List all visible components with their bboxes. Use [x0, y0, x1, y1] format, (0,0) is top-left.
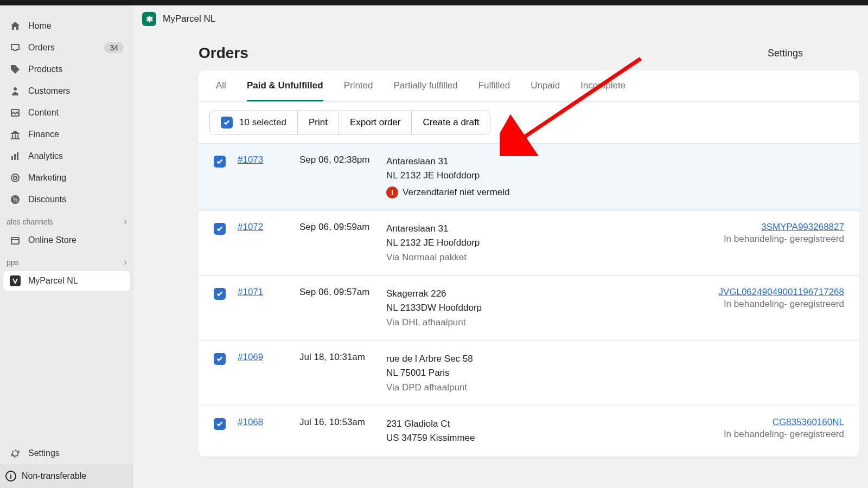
svg-point-6 — [14, 176, 17, 179]
table-row[interactable]: #1072 Sep 06, 09:59am Antareslaan 31 NL … — [199, 211, 859, 276]
nav-label: Customers — [28, 86, 70, 96]
app-header: ✱ MyParcel NL — [133, 5, 868, 33]
create-draft-button[interactable]: Create a draft — [412, 111, 490, 134]
order-date: Sep 06, 09:59am — [299, 222, 386, 233]
nav-label: Analytics — [28, 151, 63, 161]
warning-text: Verzendtarief niet vermeld — [403, 185, 510, 200]
order-link[interactable]: #1073 — [238, 155, 263, 165]
selected-count-button[interactable]: 10 selected — [210, 111, 298, 134]
tracking-link[interactable]: CG835360160NL — [773, 417, 844, 427]
tab-incomplete[interactable]: Incomplete — [580, 80, 626, 101]
tab-paid-unfulfilled[interactable]: Paid & Unfulfilled — [247, 80, 323, 101]
order-link[interactable]: #1068 — [238, 417, 263, 427]
nav-home[interactable]: Home — [3, 16, 130, 36]
nav-marketing[interactable]: Marketing — [3, 168, 130, 188]
sidebar: Home Orders 34 Products Customers Conten… — [0, 5, 133, 488]
address-line1: Skagerrak 226 — [386, 287, 707, 301]
orders-badge: 34 — [104, 42, 124, 53]
nav-label: Home — [28, 21, 52, 31]
shipping-meta: Via DPD afhaalpunt — [386, 381, 833, 395]
tabs: All Paid & Unfulfilled Printed Partially… — [199, 70, 859, 102]
tracking-link[interactable]: 3SMYPA993268827 — [761, 222, 844, 232]
print-button[interactable]: Print — [298, 111, 339, 134]
tracking-link[interactable]: JVGL06249049001196717268 — [718, 287, 844, 297]
order-address: Skagerrak 226 NL 2133DW HoofddorpVia DHL… — [386, 287, 707, 330]
order-address: rue de l Arbre Sec 58 NL 75001 ParisVia … — [386, 352, 833, 395]
tab-printed[interactable]: Printed — [344, 80, 373, 101]
shipping-meta: Via Normaal pakket — [386, 251, 713, 265]
table-row[interactable]: #1068 Jul 16, 10:53am 231 Gladiola Ct US… — [199, 406, 859, 457]
row-checkbox[interactable] — [214, 223, 226, 235]
section-label: ales channels — [7, 217, 53, 226]
address-line1: 231 Gladiola Ct — [386, 417, 713, 431]
home-icon — [10, 21, 21, 31]
gear-icon — [10, 448, 21, 459]
nav-content[interactable]: Content — [3, 103, 130, 123]
svg-point-0 — [14, 87, 17, 91]
address-line1: Antareslaan 31 — [386, 222, 713, 236]
orders-card: All Paid & Unfulfilled Printed Partially… — [199, 70, 859, 457]
nav-label: Finance — [28, 130, 59, 139]
order-tracking: 3SMYPA993268827In behandeling- geregistr… — [713, 222, 844, 245]
row-checkbox[interactable] — [214, 288, 226, 300]
order-link[interactable]: #1072 — [238, 222, 263, 232]
alert-icon: ! — [386, 187, 398, 198]
app-logo-icon: ✱ — [142, 12, 156, 26]
nav-label: Products — [28, 65, 62, 74]
banner-label: Non-transferable — [22, 471, 86, 481]
nav-finance[interactable]: Finance — [3, 125, 130, 144]
row-checkbox[interactable] — [214, 418, 226, 430]
table-row[interactable]: #1073 Sep 06, 02:38pm Antareslaan 31 NL … — [199, 144, 859, 211]
nav-app-myparcel[interactable]: MyParcel NL — [3, 271, 130, 291]
address-line1: Antareslaan 31 — [386, 155, 833, 169]
order-link[interactable]: #1069 — [238, 352, 263, 362]
image-icon — [10, 107, 21, 118]
svg-rect-2 — [11, 156, 13, 160]
tab-fulfilled[interactable]: Fulfilled — [478, 80, 510, 101]
bulk-toolbar: 10 selected Print Export order Create a … — [199, 102, 859, 144]
discount-icon: % — [10, 194, 21, 205]
nav-settings[interactable]: Settings — [3, 444, 130, 463]
table-row[interactable]: #1069 Jul 18, 10:31am rue de l Arbre Sec… — [199, 341, 859, 406]
sales-channels-section[interactable]: ales channels › — [0, 210, 133, 229]
export-order-button[interactable]: Export order — [339, 111, 412, 134]
tab-partially-fulfilled[interactable]: Partially fulfilled — [394, 80, 458, 101]
titlebar-strip — [0, 0, 868, 5]
chevron-right-icon: › — [124, 216, 127, 227]
nav-products[interactable]: Products — [3, 60, 130, 79]
nav-discounts[interactable]: % Discounts — [3, 190, 130, 209]
table-row[interactable]: #1071 Sep 06, 09:57am Skagerrak 226 NL 2… — [199, 276, 859, 341]
nav-online-store[interactable]: Online Store — [3, 230, 130, 250]
address-line2: US 34759 Kissimmee — [386, 431, 713, 445]
svg-point-5 — [11, 174, 19, 182]
settings-link[interactable]: Settings — [768, 48, 803, 59]
order-tracking: CG835360160NLIn behandeling- geregistree… — [713, 417, 844, 440]
svg-text:%: % — [13, 197, 18, 203]
shipping-meta: Via DHL afhaalpunt — [386, 316, 707, 330]
nav-label: Orders — [28, 43, 55, 53]
nav-customers[interactable]: Customers — [3, 81, 130, 101]
svg-rect-10 — [10, 275, 21, 286]
app-title: MyParcel NL — [163, 14, 215, 24]
row-checkbox[interactable] — [214, 353, 226, 365]
nav-label: Settings — [28, 448, 60, 458]
nav-orders[interactable]: Orders 34 — [3, 38, 130, 57]
tab-all[interactable]: All — [216, 80, 226, 101]
svg-rect-4 — [17, 152, 18, 160]
order-address: Antareslaan 31 NL 2132 JE HoofddorpVia N… — [386, 222, 713, 265]
address-line1: rue de l Arbre Sec 58 — [386, 352, 833, 366]
row-checkbox[interactable] — [214, 156, 226, 168]
non-transferable-banner: i Non-transferable — [0, 464, 133, 488]
address-line2: NL 2132 JE Hoofddorp — [386, 236, 713, 250]
apps-section[interactable]: pps › — [0, 251, 133, 270]
nav-label: Discounts — [28, 195, 66, 204]
svg-rect-3 — [14, 154, 16, 160]
nav-label: Online Store — [28, 235, 76, 245]
tab-unpaid[interactable]: Unpaid — [531, 80, 560, 101]
order-link[interactable]: #1071 — [238, 287, 263, 297]
chevron-right-icon: › — [124, 256, 127, 268]
nav-analytics[interactable]: Analytics — [3, 146, 130, 166]
inbox-icon — [10, 42, 21, 53]
select-all-checkbox[interactable] — [221, 117, 233, 129]
order-rows: #1073 Sep 06, 02:38pm Antareslaan 31 NL … — [199, 144, 859, 457]
